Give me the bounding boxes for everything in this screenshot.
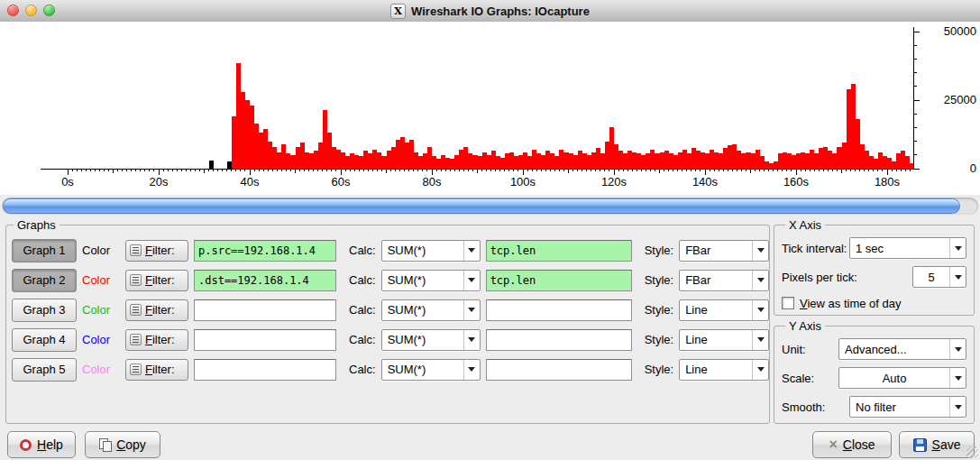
- y-axis-frame-legend: Y Axis: [785, 319, 825, 333]
- unit-combo[interactable]: Advanced...: [838, 338, 966, 360]
- tick-interval-label: Tick interval:: [782, 242, 847, 255]
- svg-text:0s: 0s: [61, 175, 74, 189]
- scrollbar-thumb[interactable]: [3, 198, 960, 214]
- filter-button-label: Filter:: [145, 244, 175, 257]
- close-button-label: Close: [843, 437, 875, 452]
- dropdown-arrow-icon: [752, 300, 768, 320]
- dropdown-arrow-icon: [949, 267, 966, 287]
- io-graph-canvas[interactable]: 0s20s40s60s80s100s120s140s160s180s025000…: [0, 22, 980, 195]
- graph2-calc-combo[interactable]: SUM(*): [381, 270, 481, 291]
- dropdown-arrow-icon: [752, 330, 768, 350]
- graph2-calc-field-input[interactable]: [486, 270, 632, 291]
- graph3-toggle-button[interactable]: Graph 3: [12, 299, 77, 322]
- filter-button-label: Filter:: [145, 363, 175, 376]
- close-window-button[interactable]: × Close: [812, 431, 892, 458]
- unit-value: Advanced...: [839, 343, 949, 356]
- graph1-calc-label: Calc:: [349, 244, 376, 257]
- graph2-style-combo[interactable]: FBar: [679, 270, 769, 291]
- pixels-per-tick-label: Pixels per tick:: [782, 271, 857, 284]
- filter-icon: [130, 304, 142, 316]
- help-button[interactable]: Help: [7, 431, 76, 458]
- dropdown-arrow-icon: [949, 397, 966, 417]
- dropdown-arrow-icon: [949, 339, 966, 359]
- dropdown-arrow-icon: [752, 360, 768, 380]
- graph1-filter-input[interactable]: [194, 240, 336, 262]
- graph3-calc-combo[interactable]: SUM(*): [381, 299, 481, 321]
- graph4-filter-input[interactable]: [194, 329, 336, 351]
- io-graph-plot[interactable]: 0s20s40s60s80s100s120s140s160s180s025000…: [0, 22, 980, 195]
- graph2-toggle-button[interactable]: Graph 2: [12, 269, 77, 292]
- graph4-calc-field-input[interactable]: [486, 329, 632, 351]
- window-title: Wireshark IO Graphs: IOcapture: [411, 5, 590, 18]
- unit-label: Unit:: [782, 343, 806, 356]
- graph5-filter-button[interactable]: Filter:: [125, 359, 188, 381]
- dropdown-arrow-icon: [949, 238, 966, 258]
- graph4-style-combo[interactable]: Line: [679, 329, 769, 351]
- copy-icon: [99, 438, 111, 451]
- scale-combo[interactable]: Auto: [838, 367, 966, 389]
- graph1-calc-combo[interactable]: SUM(*): [381, 240, 481, 262]
- smooth-combo[interactable]: No filter: [849, 396, 966, 418]
- graph3-filter-input[interactable]: [194, 299, 336, 321]
- graph3-calc-field-input[interactable]: [486, 299, 632, 321]
- checkbox-box: [782, 297, 794, 309]
- graph1-style-combo[interactable]: FBar: [679, 240, 769, 262]
- dropdown-arrow-icon: [463, 241, 480, 261]
- pixels-per-tick-combo[interactable]: 5: [912, 266, 966, 288]
- help-button-label: Help: [37, 437, 63, 452]
- graph5-calc-combo[interactable]: SUM(*): [381, 359, 481, 381]
- filter-button-label: Filter:: [145, 303, 175, 317]
- copy-button[interactable]: Copy: [85, 431, 160, 458]
- scale-label: Scale:: [782, 372, 814, 385]
- graph4-toggle-button[interactable]: Graph 4: [12, 328, 77, 352]
- graph-row-5: Graph 5 Color Filter: Calc: SUM(*) Style…: [10, 354, 769, 384]
- svg-text:0: 0: [970, 161, 976, 175]
- graph2-style-label: Style:: [645, 273, 674, 287]
- svg-text:100s: 100s: [510, 175, 536, 189]
- graph4-style-value: Line: [680, 333, 752, 346]
- graph1-style-label: Style:: [645, 244, 674, 257]
- graph2-filter-button[interactable]: Filter:: [125, 270, 188, 291]
- save-button-label: Save: [932, 437, 961, 452]
- svg-text:180s: 180s: [875, 175, 901, 189]
- filter-button-label: Filter:: [145, 273, 175, 287]
- graph-row-2: Graph 2 Color Filter: Calc: SUM(*) Style…: [10, 265, 769, 295]
- graph3-filter-button[interactable]: Filter:: [125, 299, 188, 321]
- tick-interval-combo[interactable]: 1 sec: [849, 237, 966, 259]
- svg-text:60s: 60s: [332, 175, 351, 189]
- graph5-filter-input[interactable]: [194, 359, 336, 381]
- graph4-filter-button[interactable]: Filter:: [125, 329, 188, 351]
- graph5-calc-field-input[interactable]: [486, 359, 632, 381]
- view-as-time-of-day-label: View as time of day: [800, 297, 901, 310]
- graph3-style-combo[interactable]: Line: [679, 299, 769, 321]
- graph1-calc-field-input[interactable]: [486, 240, 632, 262]
- graph1-filter-button[interactable]: Filter:: [125, 240, 188, 262]
- graph5-color-label: Color: [82, 363, 120, 376]
- graph1-toggle-button[interactable]: Graph 1: [12, 239, 77, 262]
- titlebar[interactable]: X Wireshark IO Graphs: IOcapture: [0, 0, 980, 23]
- filter-icon: [130, 244, 142, 256]
- scale-row: Scale: Auto: [782, 363, 966, 392]
- svg-text:40s: 40s: [241, 175, 260, 189]
- graph2-color-label: Color: [82, 273, 120, 287]
- resize-grip[interactable]: [966, 446, 978, 458]
- smooth-row: Smooth: No filter: [782, 392, 966, 421]
- graph3-style-value: Line: [680, 303, 752, 317]
- close-x-icon: ×: [829, 437, 837, 452]
- dropdown-arrow-icon: [752, 241, 768, 261]
- svg-text:140s: 140s: [692, 175, 719, 189]
- graph-row-1: Graph 1 Color Filter: Calc: SUM(*) Style…: [10, 235, 769, 265]
- x-axis-frame-legend: X Axis: [785, 218, 825, 232]
- view-as-time-of-day-checkbox[interactable]: View as time of day: [782, 291, 966, 315]
- svg-text:20s: 20s: [150, 175, 169, 189]
- save-button[interactable]: Save: [899, 431, 975, 458]
- graph4-calc-combo[interactable]: SUM(*): [381, 329, 481, 351]
- smooth-value: No filter: [850, 400, 949, 414]
- graph5-calc-label: Calc:: [349, 363, 376, 376]
- svg-text:25000: 25000: [944, 93, 976, 106]
- graph5-style-combo[interactable]: Line: [679, 359, 769, 381]
- graph2-filter-input[interactable]: [194, 270, 336, 291]
- horizontal-scrollbar[interactable]: [2, 198, 978, 215]
- graph5-toggle-button[interactable]: Graph 5: [12, 358, 77, 382]
- dropdown-arrow-icon: [463, 360, 480, 380]
